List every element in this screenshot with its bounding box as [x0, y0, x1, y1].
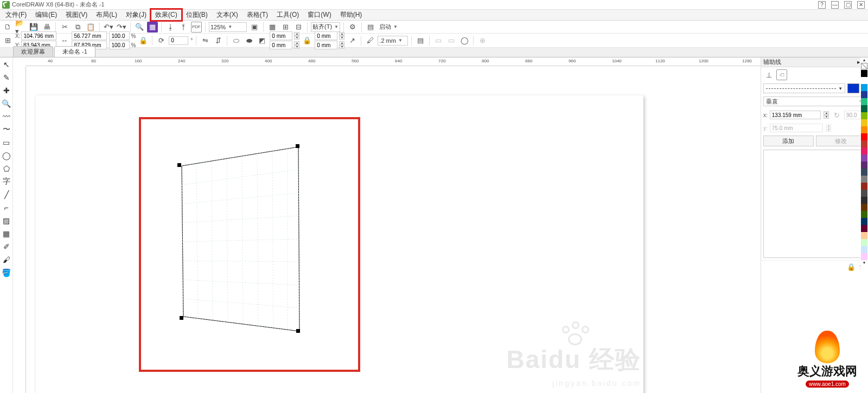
menu-7[interactable]: 文本(X)	[212, 9, 242, 21]
drawing-area[interactable]: 4080160240320400480560640720800880960104…	[13, 57, 761, 393]
front-of-layer-button[interactable]: ▭	[433, 35, 444, 46]
color-swatch[interactable]	[861, 253, 867, 260]
artistic-media-tool[interactable]: 〜	[2, 125, 11, 134]
zoom-tool[interactable]: 🔍	[2, 99, 11, 108]
dynamic-guides-button[interactable]: ⊟	[293, 22, 304, 33]
color-swatch[interactable]	[861, 70, 867, 77]
color-swatch[interactable]	[861, 154, 867, 162]
print-button[interactable]: 🖶	[41, 22, 52, 33]
selection-handle-tr[interactable]	[296, 144, 299, 148]
copy-button[interactable]: ⧉	[72, 22, 83, 33]
corner-round-button[interactable]: ⬭	[231, 35, 241, 46]
color-swatch[interactable]	[861, 162, 867, 169]
color-swatch[interactable]	[861, 98, 867, 105]
guideline-style-dropdown[interactable]: ▼	[763, 83, 845, 93]
corner-lock-button[interactable]: 🔒	[302, 35, 312, 46]
guideline-mode-icon[interactable]: ⊥	[763, 69, 774, 80]
color-swatch[interactable]	[861, 239, 867, 246]
guideline-x-input[interactable]	[770, 111, 821, 119]
menu-8[interactable]: 表格(T)	[242, 9, 272, 21]
corner-scallop-button[interactable]: ⬬	[244, 35, 254, 46]
fullscreen-button[interactable]: ▣	[249, 22, 260, 33]
corner-bl-input[interactable]	[270, 41, 292, 49]
relative-corner-button[interactable]: ↗	[347, 35, 358, 46]
grid-button[interactable]: ▦	[267, 22, 278, 33]
menu-6[interactable]: 位图(B)	[182, 9, 212, 21]
guideline-preset-icon[interactable]: -□	[776, 69, 787, 80]
launch-dropdown[interactable]: 启动▼	[378, 22, 399, 32]
menu-11[interactable]: 帮助(H)	[336, 9, 367, 21]
open-button[interactable]: 📂▾	[15, 22, 26, 33]
corner-tr-input[interactable]	[315, 31, 337, 40]
color-swatch[interactable]	[861, 211, 867, 218]
guides-button[interactable]: ⊞	[280, 22, 291, 33]
selection-handle-br[interactable]	[296, 329, 300, 333]
rectangle-tool[interactable]: ▭	[2, 138, 11, 147]
interactive-fill-tool[interactable]: 🖌	[2, 255, 11, 265]
quick-customize-button[interactable]: ⊕	[477, 35, 488, 46]
menu-9[interactable]: 工具(O)	[272, 9, 303, 21]
color-swatch[interactable]	[861, 218, 867, 225]
undo-button[interactable]: ↶▾	[103, 22, 114, 33]
rotation-input[interactable]	[169, 36, 188, 45]
transparency-tool[interactable]: ▦	[2, 229, 11, 239]
color-swatch[interactable]	[861, 105, 867, 112]
selected-object[interactable]	[179, 144, 304, 334]
selection-handle-tl[interactable]	[177, 163, 181, 167]
tab-welcome[interactable]: 欢迎屏幕	[13, 46, 53, 57]
color-swatch[interactable]	[861, 197, 867, 204]
publish-button[interactable]: ▦	[147, 22, 158, 33]
menu-10[interactable]: 窗口(W)	[303, 9, 335, 21]
crop-tool[interactable]: ✚	[2, 86, 11, 95]
orientation-select[interactable]: 垂直▼	[763, 96, 866, 106]
color-swatch[interactable]	[861, 183, 867, 190]
maximize-button[interactable]: ▢	[844, 1, 852, 9]
parallel-dim-tool[interactable]: ╱	[2, 190, 11, 199]
paste-button[interactable]: 📋	[85, 22, 96, 33]
width-input[interactable]	[72, 31, 107, 40]
convert-curves-button[interactable]: ◯	[459, 35, 470, 46]
minimize-button[interactable]: —	[831, 1, 839, 9]
back-of-layer-button[interactable]: ▭	[446, 35, 457, 46]
save-button[interactable]: 💾	[28, 22, 39, 33]
eyedropper-tool[interactable]: ✐	[2, 242, 11, 252]
drop-shadow-tool[interactable]: ▨	[2, 216, 11, 226]
color-swatch[interactable]	[861, 147, 867, 154]
search-button[interactable]: 🔍	[134, 22, 145, 33]
redo-button[interactable]: ↷▾	[116, 22, 127, 33]
color-swatch[interactable]	[861, 169, 867, 176]
options-button[interactable]: ⚙	[347, 22, 358, 33]
import-button[interactable]: ⭳	[165, 22, 176, 33]
menu-4[interactable]: 对象(J)	[122, 9, 151, 21]
menu-1[interactable]: 编辑(E)	[31, 9, 61, 21]
lock-ratio-button[interactable]: 🔒	[138, 35, 149, 46]
menu-3[interactable]: 布局(L)	[92, 9, 122, 21]
menu-5[interactable]: 效果(C)	[151, 9, 182, 21]
snap-dropdown[interactable]: 贴齐(T)▼	[311, 22, 340, 32]
selection-handle-bl[interactable]	[180, 316, 183, 320]
scale-y-input[interactable]	[109, 41, 130, 49]
color-swatch[interactable]	[861, 140, 867, 147]
color-swatch[interactable]	[861, 225, 867, 232]
color-swatch[interactable]	[861, 119, 867, 126]
no-color-swatch[interactable]	[861, 63, 867, 69]
help-icon[interactable]: ?	[818, 1, 826, 9]
color-swatch[interactable]	[861, 204, 867, 211]
color-swatch[interactable]	[861, 112, 867, 119]
color-swatch[interactable]	[861, 246, 867, 253]
freehand-tool[interactable]: 〰	[2, 112, 11, 121]
shape-tool[interactable]: ✎	[2, 73, 11, 82]
close-button[interactable]: ✕	[857, 1, 865, 9]
connector-tool[interactable]: ⌐	[2, 203, 11, 212]
guidelines-list[interactable]	[763, 150, 866, 258]
color-swatch[interactable]	[861, 84, 867, 91]
zoom-level[interactable]: 125%▼	[209, 22, 247, 32]
smart-fill-tool[interactable]: 🪣	[2, 268, 11, 278]
mirror-v-button[interactable]: ⇵	[213, 35, 224, 46]
add-guideline-button[interactable]: 添加	[763, 136, 814, 146]
export-button[interactable]: ⭱	[178, 22, 189, 33]
pos-x-input[interactable]	[21, 31, 56, 40]
guideline-color-swatch[interactable]	[847, 83, 859, 93]
color-swatch[interactable]	[861, 77, 867, 84]
mirror-h-button[interactable]: ⇋	[200, 35, 210, 46]
